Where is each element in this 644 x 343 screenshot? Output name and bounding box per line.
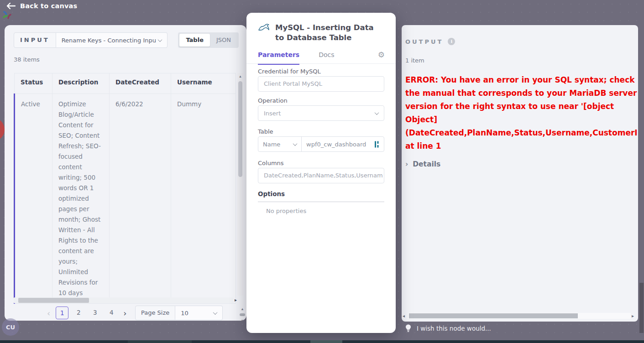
details-label: Details [413,160,440,168]
columns-label: Columns [258,160,284,166]
chevron-right-icon: › [405,160,408,168]
pagination: ‹ 1 2 3 4 › [43,307,130,319]
output-scrollbar-thumb[interactable] [409,313,578,318]
previous-page-button[interactable]: ‹ [43,308,54,318]
input-source-value: Rename Keys - Connecting Inpu [62,37,156,44]
next-page-button[interactable]: › [120,308,130,318]
input-source-dropdown[interactable]: Rename Keys - Connecting Inpu [56,32,168,48]
input-panel: INPUT Rename Keys - Connecting Inpu Tabl… [5,25,246,321]
gear-icon[interactable]: ⚙ [378,50,385,59]
tab-parameters[interactable]: Parameters [258,51,299,65]
chevron-down-icon [375,110,379,115]
panel-mini-scrollbar[interactable]: ▴ ▾ [239,306,246,321]
page-size-control: Page Size 10 [135,306,223,320]
input-panel-title: INPUT [14,32,56,48]
column-header-username[interactable]: Username [171,73,236,94]
table-horizontal-scrollbar[interactable] [14,297,233,303]
operation-value: Insert [264,110,281,117]
credential-label: Credential for MySQL [258,68,321,75]
node-settings-modal: MySQL - Inserting Data to Database Table… [246,13,396,333]
column-header-datecreated[interactable]: DateCreated [110,73,171,94]
options-section-label: Options [258,190,384,202]
table-row[interactable]: Active Optimize Blog/Article Content for… [15,94,236,304]
back-to-canvas-button[interactable]: Back to canvas [6,2,77,10]
operation-dropdown[interactable]: Insert [258,105,384,121]
horizontal-scrollbar-thumb[interactable] [18,298,89,303]
mysql-dolphin-icon [258,23,270,32]
page-size-label: Page Size [135,306,175,320]
json-view-button[interactable]: JSON [210,34,237,47]
taskbar-segment [128,340,192,343]
table-vertical-scrollbar[interactable]: ▴ [237,73,243,296]
back-to-canvas-label: Back to canvas [20,2,77,10]
output-horizontal-scrollbar[interactable] [408,313,631,319]
scroll-right-icon[interactable]: ▸ [632,313,634,318]
page-button-3[interactable]: 3 [89,307,101,319]
table-name-input[interactable]: wpf0_cw_dashboard [302,141,375,148]
page-button-2[interactable]: 2 [72,307,85,319]
column-header-description[interactable]: Description [52,73,110,94]
output-panel-title: OUTPUT [405,38,443,45]
output-items-count: 1 item [405,57,424,64]
column-header-status[interactable]: Status [15,73,52,94]
info-icon[interactable]: i [448,38,455,45]
node-title: MySQL - Inserting Data to Database Table [275,23,384,43]
top-bar: Back to canvas [0,0,644,14]
page-button-4[interactable]: 4 [105,307,118,319]
tab-docs[interactable]: Docs [319,51,334,65]
page-size-value: 10 [181,310,188,317]
expression-toggle-icon[interactable] [375,141,380,148]
mini-scrollbar-thumb[interactable] [240,313,245,316]
taskbar-edge [0,340,644,343]
cell-username: Dummy [171,94,236,304]
input-items-count: 38 items [14,56,40,63]
scroll-down-icon[interactable]: ▾ [239,318,246,321]
table-header-row: Status Description DateCreated Username [15,73,236,94]
cell-datecreated: 6/6/2022 [110,94,171,304]
user-avatar[interactable]: CU [2,318,19,336]
operation-label: Operation [258,97,288,104]
chevron-down-icon [157,37,162,42]
credential-input[interactable]: Client Portal MySQL [258,76,384,92]
chevron-down-icon [213,310,218,315]
vertical-scrollbar-thumb[interactable] [238,81,242,177]
node-feedback-button[interactable]: I wish this node would... [405,324,491,332]
back-arrow-icon [6,2,16,10]
scroll-left-icon[interactable]: ◂ [403,313,405,318]
error-message: ERROR: You have an error in your SQL syn… [405,73,637,153]
cell-status: Active [15,94,52,304]
scroll-up-icon[interactable]: ▴ [239,306,246,312]
error-details-toggle[interactable]: › Details [405,160,440,168]
input-data-table: Status Description DateCreated Username … [14,73,236,304]
page-vertical-scrollbar-thumb[interactable] [639,283,644,333]
columns-input[interactable]: DateCreated,PlanName,Status,Usernam [258,168,384,183]
taskbar-segment [310,340,342,343]
cell-description: Optimize Blog/Article Content for SEO; C… [52,94,110,304]
options-empty-text: No properties [266,208,306,214]
table-mode-value: Name [263,141,280,148]
page-button-1[interactable]: 1 [56,307,68,319]
table-field: Name wpf0_cw_dashboard [258,136,384,152]
scroll-right-icon[interactable]: ▸ [235,297,237,302]
chevron-down-icon [293,141,298,146]
table-label: Table [258,128,273,135]
scroll-up-icon[interactable]: ▴ [237,73,243,79]
modal-tabs: Parameters Docs [258,51,335,65]
canvas-background: { "topbar": { "back_label": "Back to can… [0,0,644,343]
table-mode-dropdown[interactable]: Name [258,137,302,151]
table-view-button[interactable]: Table [179,34,210,47]
error-node-sliver [0,118,5,141]
output-panel: OUTPUT i 1 item ERROR: You have an error… [402,25,638,322]
view-mode-toggle: Table JSON [178,32,239,48]
lightbulb-icon [405,324,411,332]
wish-label: I wish this node would... [417,325,491,332]
page-size-dropdown[interactable]: 10 [175,306,223,320]
tab-divider [246,63,396,64]
